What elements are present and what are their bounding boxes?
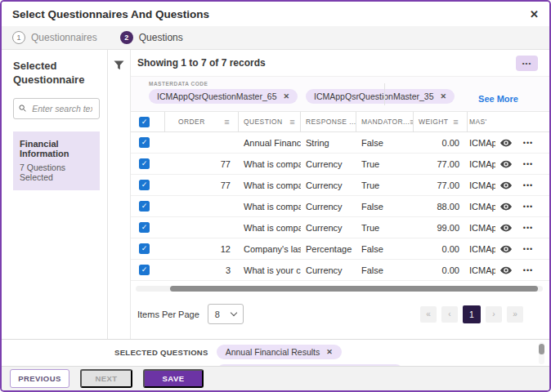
horizontal-scrollbar[interactable]	[136, 286, 543, 292]
cell-question: Annual Financi...	[239, 138, 301, 148]
step-questions[interactable]: 2 Questions	[120, 31, 183, 44]
column-header-order[interactable]: ORDER≡	[165, 112, 239, 132]
cell-response: Percentage	[301, 244, 356, 254]
row-select-cell: ✓	[137, 201, 165, 212]
row-select-cell: ✓	[137, 265, 165, 275]
masterdata-chip-label: ICMAppQsrQuestionMaster_35	[314, 91, 433, 101]
cell-masterdata: ICMAp	[468, 159, 495, 169]
row-actions-icon[interactable]: •••	[517, 139, 540, 147]
selected-questions-label: SELECTED QUESTIONS	[114, 348, 208, 357]
see-more-link[interactable]: See More	[478, 94, 518, 104]
row-checkbox[interactable]: ✓	[139, 158, 150, 169]
masterdata-code-label: MASTERDATA CODE	[149, 81, 541, 87]
table-row: ✓77What is compa...CurrencyTrue77.00ICMA…	[131, 154, 549, 175]
questionnaire-subtitle: 7 Questions Selected	[20, 163, 93, 182]
previous-page-button[interactable]: ‹	[441, 306, 458, 323]
items-per-page-value: 8	[215, 310, 220, 319]
vertical-scrollbar-thumb[interactable]	[539, 344, 544, 354]
questionnaire-card[interactable]: Financial Information 7 Questions Select…	[13, 131, 100, 190]
row-actions-icon[interactable]: •••	[517, 266, 540, 274]
cell-question: Company's las...	[239, 244, 301, 254]
view-icon[interactable]	[495, 203, 517, 211]
previous-button[interactable]: PREVIOUS	[10, 369, 69, 388]
cell-masterdata: ICMAp	[468, 202, 495, 212]
view-icon[interactable]	[495, 266, 517, 274]
table-row: ✓What is compa...CurrencyTrue99.00ICMAp•…	[131, 217, 549, 238]
items-per-page-select[interactable]: 8	[208, 304, 244, 324]
current-page-button[interactable]: 1	[463, 305, 481, 323]
selected-question-chip[interactable]: Annual Financial Results✕	[217, 345, 342, 359]
cell-response: String	[301, 138, 356, 148]
cell-order: 12	[165, 244, 239, 254]
next-button[interactable]: NEXT	[80, 369, 132, 388]
cell-question: What is compa...	[239, 202, 301, 212]
masterdata-chip[interactable]: ICMAppQsrQuestionMaster_35✕	[306, 89, 455, 104]
row-select-cell: ✓	[137, 222, 165, 233]
row-checkbox[interactable]: ✓	[139, 243, 150, 254]
horizontal-scrollbar-thumb[interactable]	[170, 286, 538, 292]
step-1-circle: 1	[12, 31, 25, 44]
more-options-button[interactable]: •••	[516, 56, 538, 71]
column-header-mand[interactable]: MANDATOR...≡	[356, 112, 414, 132]
search-input[interactable]	[30, 103, 94, 114]
row-actions-icon[interactable]: •••	[517, 160, 540, 168]
table-header: ✓ ORDER≡QUESTION≡RESPONSE ...≡MANDATOR..…	[131, 112, 549, 132]
cell-masterdata: ICMAp	[468, 138, 495, 148]
row-checkbox[interactable]: ✓	[139, 180, 150, 190]
selected-question-chip[interactable]: Company's last year Growth Percentage.✕	[217, 364, 404, 366]
row-actions-icon[interactable]: •••	[517, 181, 540, 189]
row-checkbox[interactable]: ✓	[139, 137, 150, 148]
row-actions-icon[interactable]: •••	[517, 245, 540, 253]
chip-remove-icon[interactable]: ✕	[441, 92, 447, 100]
cell-weight: 77.00	[414, 180, 468, 190]
next-page-button[interactable]: ›	[486, 306, 502, 323]
row-checkbox[interactable]: ✓	[139, 201, 150, 212]
column-header-weight[interactable]: WEIGHT≡	[414, 112, 468, 132]
cell-mandatory: False	[356, 138, 414, 148]
column-header-q[interactable]: QUESTION≡	[239, 112, 301, 132]
cell-question: What is compa...	[239, 223, 301, 233]
save-button[interactable]: SAVE	[143, 369, 204, 388]
view-icon[interactable]	[495, 139, 517, 147]
view-icon[interactable]	[495, 160, 517, 168]
chip-remove-icon[interactable]: ✕	[326, 348, 333, 356]
last-page-button[interactable]: »	[507, 306, 523, 323]
view-icon[interactable]	[495, 245, 517, 253]
vertical-scrollbar[interactable]	[539, 342, 544, 364]
column-header-mas[interactable]: MAS'	[468, 112, 495, 132]
cell-weight: 0.00	[414, 265, 468, 275]
select-all-checkbox[interactable]: ✓	[139, 117, 150, 127]
search-icon	[19, 104, 26, 113]
chip-remove-icon[interactable]: ✕	[283, 92, 289, 100]
row-actions-icon[interactable]: •••	[517, 203, 540, 211]
row-checkbox[interactable]: ✓	[139, 265, 150, 275]
row-select-cell: ✓	[137, 243, 165, 254]
first-page-button[interactable]: «	[420, 306, 437, 323]
step-indicator: 1 Questionnaires 2 Questions	[2, 26, 549, 50]
chips-divider	[384, 83, 385, 105]
cell-question: What is your c...	[239, 265, 301, 275]
table-row: ✓3What is your c...CurrencyFalse0.00ICMA…	[131, 260, 549, 281]
items-per-page-label: Items Per Page	[137, 310, 199, 319]
dialog-body: Selected Questionnaire Financial Informa…	[2, 50, 549, 339]
masterdata-chip[interactable]: ICMAppQsrQuestionMaster_65✕	[149, 89, 298, 104]
table-row: ✓77What is compa...CurrencyTrue77.00ICMA…	[131, 175, 549, 196]
table-row: ✓12Company's las...PercentageFalse0.00IC…	[131, 238, 549, 260]
selected-questions-band: SELECTED QUESTIONS Annual Financial Resu…	[2, 339, 549, 366]
table-body: ✓Annual Financi...StringFalse0.00ICMAp••…	[131, 132, 549, 281]
column-header-label: WEIGHT	[419, 118, 448, 126]
column-header-resp[interactable]: RESPONSE ...≡	[301, 112, 356, 132]
cell-weight: 88.00	[414, 202, 468, 212]
close-icon[interactable]: ✕	[530, 8, 539, 20]
column-header-label: MANDATOR...	[361, 118, 410, 126]
step-questionnaires[interactable]: 1 Questionnaires	[12, 31, 97, 44]
cell-response: Currency	[301, 202, 356, 212]
sidebar-search-box[interactable]	[13, 98, 100, 119]
view-icon[interactable]	[495, 224, 517, 232]
filter-icon[interactable]	[114, 60, 124, 70]
items-per-page: Items Per Page 8	[137, 304, 244, 324]
view-icon[interactable]	[495, 181, 517, 189]
masterdata-chip-label: ICMAppQsrQuestionMaster_65	[157, 91, 276, 101]
row-actions-icon[interactable]: •••	[517, 224, 540, 232]
row-checkbox[interactable]: ✓	[139, 222, 150, 233]
